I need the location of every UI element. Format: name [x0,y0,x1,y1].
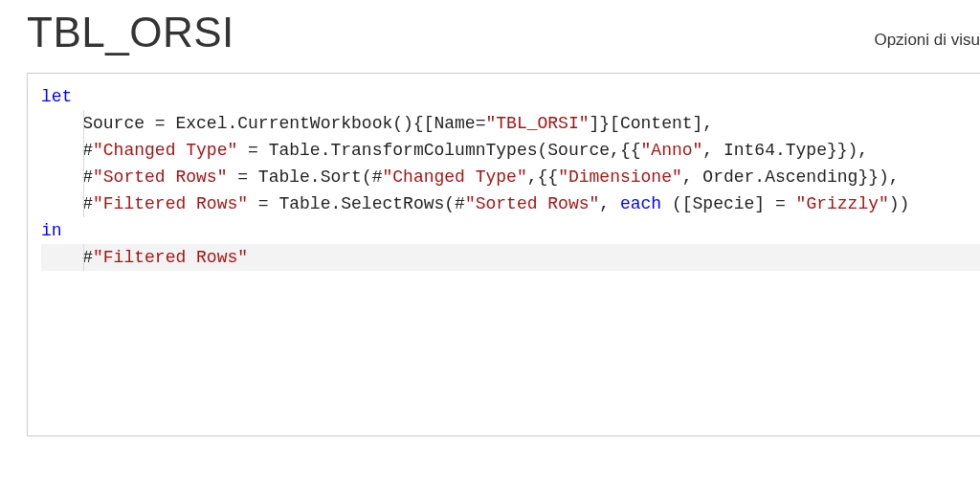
code-editor[interactable]: let Source = Excel.CurrentWorkbook(){[Na… [27,73,980,436]
code-line: Source = Excel.CurrentWorkbook(){[Name="… [41,110,980,137]
code-text: ([Specie] = [661,194,795,213]
code-line: #"Filtered Rows" [41,244,980,271]
code-string: "Dimensione" [558,167,682,187]
code-string: "Sorted Rows" [93,167,227,187]
code-string: "Filtered Rows" [93,248,248,267]
code-line: #"Sorted Rows" = Table.Sort(#"Changed Ty… [41,164,980,190]
code-string: "Grizzly" [796,194,889,213]
code-text: = Table.Sort(# [227,167,382,187]
code-string: "Sorted Rows" [465,194,599,213]
code-text: Source = Excel.CurrentWorkbook(){[Name= [41,114,485,133]
code-line: #"Filtered Rows" = Table.SelectRows(#"So… [41,190,980,217]
code-line: #"Changed Type" = Table.TransformColumnT… [41,137,980,164]
keyword-each: each [620,194,661,213]
display-options-link[interactable]: Opzioni di visu [874,31,980,50]
code-text: # [41,194,93,213]
code-text: ,{{ [527,167,558,187]
code-string: "Changed Type" [93,141,237,160]
code-text: , Int64.Type}}), [702,141,868,160]
code-text: = Table.TransformColumnTypes(Source,{{ [237,141,640,160]
code-string: "Changed Type" [382,167,526,187]
code-text: # [41,248,93,267]
code-string: "Filtered Rows" [93,194,248,213]
header: TBL_ORSI Opzioni di visu [0,0,980,73]
code-text: # [41,141,93,160]
code-string: "TBL_ORSI" [485,114,589,133]
code-text: # [41,167,93,187]
code-string: "Anno" [641,141,703,160]
query-title: TBL_ORSI [27,10,234,56]
code-text: , Order.Ascending}}), [682,167,900,187]
keyword-let: let [41,87,72,106]
code-text: = Table.SelectRows(# [248,194,465,213]
code-text: , [599,194,620,213]
code-text: )) [889,194,910,213]
code-line: in [41,217,980,244]
code-text: ]}[Content], [590,114,714,133]
keyword-in: in [41,221,62,240]
code-line: let [41,83,980,110]
